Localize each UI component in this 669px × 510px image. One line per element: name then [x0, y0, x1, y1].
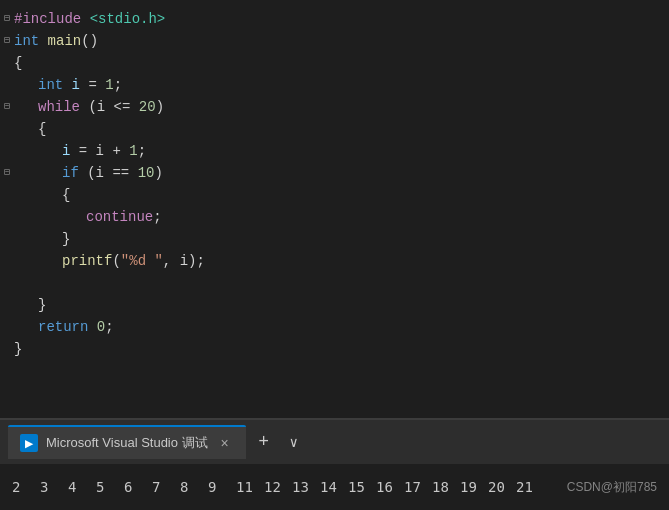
- output-number: 21: [516, 479, 544, 495]
- code-line: {: [0, 184, 669, 206]
- code-line: int i = 1;: [0, 74, 669, 96]
- code-line: return 0;: [0, 316, 669, 338]
- code-line: }: [0, 228, 669, 250]
- tab-label: Microsoft Visual Studio 调试: [46, 434, 208, 452]
- tab-close-button[interactable]: ×: [216, 434, 234, 452]
- output-number: 20: [488, 479, 516, 495]
- output-number: 11: [236, 479, 264, 495]
- code-line: printf("%d ", i);: [0, 250, 669, 272]
- output-number: 8: [180, 479, 208, 495]
- code-line: ⊟#include <stdio.h>: [0, 8, 669, 30]
- fold-indicator: ⊟: [0, 8, 14, 30]
- tab-icon: ▶: [20, 434, 38, 452]
- code-line: ⊟int main(): [0, 30, 669, 52]
- output-number: 4: [68, 479, 96, 495]
- code-line: {: [0, 118, 669, 140]
- bottom-area: ▶ Microsoft Visual Studio 调试 × + ∨ 23456…: [0, 420, 669, 510]
- output-number: 6: [124, 479, 152, 495]
- taskbar: ▶ Microsoft Visual Studio 调试 × + ∨: [0, 420, 669, 464]
- fold-indicator: ⊟: [0, 96, 14, 118]
- code-line: ⊟while (i <= 20): [0, 96, 669, 118]
- code-line: ⊟if (i == 10): [0, 162, 669, 184]
- output-number: 15: [348, 479, 376, 495]
- fold-indicator: ⊟: [0, 162, 14, 184]
- output-number: 7: [152, 479, 180, 495]
- code-line: }: [0, 338, 669, 360]
- code-editor: ⊟#include <stdio.h>⊟int main(){int i = 1…: [0, 0, 669, 418]
- output-number: 3: [40, 479, 68, 495]
- code-line: {: [0, 52, 669, 74]
- code-line: [0, 272, 669, 294]
- output-number: 13: [292, 479, 320, 495]
- fold-indicator: ⊟: [0, 30, 14, 52]
- output-number: 16: [376, 479, 404, 495]
- output-number: 17: [404, 479, 432, 495]
- output-number: 5: [96, 479, 124, 495]
- watermark: CSDN@初阳785: [567, 479, 657, 496]
- output-number: 9: [208, 479, 236, 495]
- output-row: 234567891112131415161718192021 CSDN@初阳78…: [0, 464, 669, 510]
- tab-chevron-button[interactable]: ∨: [282, 430, 306, 454]
- tab-add-button[interactable]: +: [250, 428, 278, 456]
- tab-visual-studio[interactable]: ▶ Microsoft Visual Studio 调试 ×: [8, 425, 246, 459]
- output-number: 14: [320, 479, 348, 495]
- code-line: i = i + 1;: [0, 140, 669, 162]
- code-line: }: [0, 294, 669, 316]
- output-number: 18: [432, 479, 460, 495]
- output-number: 19: [460, 479, 488, 495]
- output-number: 12: [264, 479, 292, 495]
- code-line: continue;: [0, 206, 669, 228]
- output-number: 2: [12, 479, 40, 495]
